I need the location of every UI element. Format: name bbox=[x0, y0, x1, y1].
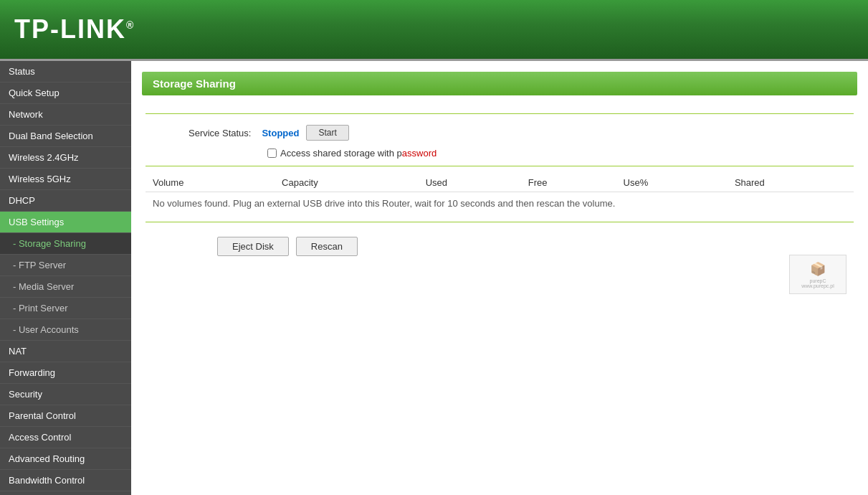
watermark-text: purepCwww.purepc.pl bbox=[801, 278, 834, 288]
sidebar-item-dhcp[interactable]: DHCP bbox=[0, 190, 131, 212]
sidebar: StatusQuick SetupNetworkDual Band Select… bbox=[0, 61, 131, 495]
main-content: Storage Sharing Service Status: Stopped … bbox=[131, 61, 868, 267]
sidebar-item-parental-control[interactable]: Parental Control bbox=[0, 405, 131, 427]
sidebar-item-media-server[interactable]: - Media Server bbox=[0, 276, 131, 298]
sidebar-item-security[interactable]: Security bbox=[0, 384, 131, 405]
table-header-usepct: Use% bbox=[616, 174, 728, 192]
password-checkbox[interactable] bbox=[267, 148, 277, 158]
service-label: Service Status: bbox=[189, 128, 251, 138]
table-body: No volumes found. Plug an external USB d… bbox=[146, 192, 854, 215]
table-header-shared: Shared bbox=[728, 174, 854, 192]
logo-text: TP-LINK bbox=[14, 14, 126, 44]
divider-bottom bbox=[146, 222, 854, 222]
page-title: Storage Sharing bbox=[153, 77, 236, 90]
table-header-used: Used bbox=[419, 174, 521, 192]
sidebar-item-bandwidth-control[interactable]: Bandwidth Control bbox=[0, 470, 131, 491]
sidebar-item-quick-setup[interactable]: Quick Setup bbox=[0, 82, 131, 104]
sidebar-item-ip-mac-binding[interactable]: IP & MAC Binding bbox=[0, 491, 131, 495]
divider-mid bbox=[146, 166, 854, 166]
sidebar-item-wireless-24[interactable]: Wireless 2.4GHz bbox=[0, 147, 131, 169]
sidebar-item-status[interactable]: Status bbox=[0, 61, 131, 82]
table-header-free: Free bbox=[521, 174, 616, 192]
watermark: 📦 purepCwww.purepc.pl bbox=[789, 255, 846, 294]
password-checkbox-row: Access shared storage with password bbox=[146, 148, 854, 159]
sidebar-item-storage-sharing[interactable]: - Storage Sharing bbox=[0, 233, 131, 255]
logo: TP-LINK® bbox=[14, 14, 135, 44]
volume-table: VolumeCapacityUsedFreeUse%Shared No volu… bbox=[146, 174, 854, 214]
watermark-icon: 📦 bbox=[810, 261, 826, 277]
sidebar-item-access-control[interactable]: Access Control bbox=[0, 427, 131, 448]
password-red-text: assword bbox=[402, 148, 437, 159]
sidebar-item-user-accounts[interactable]: - User Accounts bbox=[0, 319, 131, 341]
page-title-bar: Storage Sharing bbox=[142, 72, 857, 95]
sidebar-item-forwarding[interactable]: Forwarding bbox=[0, 362, 131, 384]
sidebar-item-nat[interactable]: NAT bbox=[0, 341, 131, 362]
service-status-value: Stopped bbox=[262, 128, 299, 138]
service-status-row: Service Status: Stopped Start bbox=[146, 125, 854, 141]
sidebar-item-dual-band[interactable]: Dual Band Selection bbox=[0, 126, 131, 147]
sidebar-item-network[interactable]: Network bbox=[0, 104, 131, 126]
divider-top bbox=[146, 113, 854, 114]
sidebar-item-advanced-routing[interactable]: Advanced Routing bbox=[0, 448, 131, 470]
content-area: Service Status: Stopped Start Access sha… bbox=[131, 95, 868, 267]
rescan-button[interactable]: Rescan bbox=[296, 237, 358, 256]
sidebar-item-usb-settings[interactable]: USB Settings bbox=[0, 212, 131, 233]
start-button[interactable]: Start bbox=[306, 125, 348, 141]
no-volume-row: No volumes found. Plug an external USB d… bbox=[146, 192, 854, 215]
header: TP-LINK® bbox=[0, 0, 868, 61]
sidebar-item-print-server[interactable]: - Print Server bbox=[0, 298, 131, 319]
watermark-box: 📦 purepCwww.purepc.pl bbox=[789, 255, 846, 294]
no-volume-message: No volumes found. Plug an external USB d… bbox=[146, 192, 854, 215]
table-header-capacity: Capacity bbox=[275, 174, 419, 192]
sidebar-item-ftp-server[interactable]: - FTP Server bbox=[0, 255, 131, 276]
main-area: Storage Sharing Service Status: Stopped … bbox=[131, 61, 868, 495]
table-header-row: VolumeCapacityUsedFreeUse%Shared bbox=[146, 174, 854, 192]
table-header-volume: Volume bbox=[146, 174, 275, 192]
button-row: Eject Disk Rescan bbox=[146, 237, 854, 256]
password-label: Access shared storage with password bbox=[280, 148, 437, 159]
logo-tm: ® bbox=[126, 19, 135, 31]
table-header: VolumeCapacityUsedFreeUse%Shared bbox=[146, 174, 854, 192]
sidebar-item-wireless-5[interactable]: Wireless 5GHz bbox=[0, 169, 131, 190]
body-wrap: StatusQuick SetupNetworkDual Band Select… bbox=[0, 61, 868, 495]
eject-disk-button[interactable]: Eject Disk bbox=[217, 237, 289, 256]
